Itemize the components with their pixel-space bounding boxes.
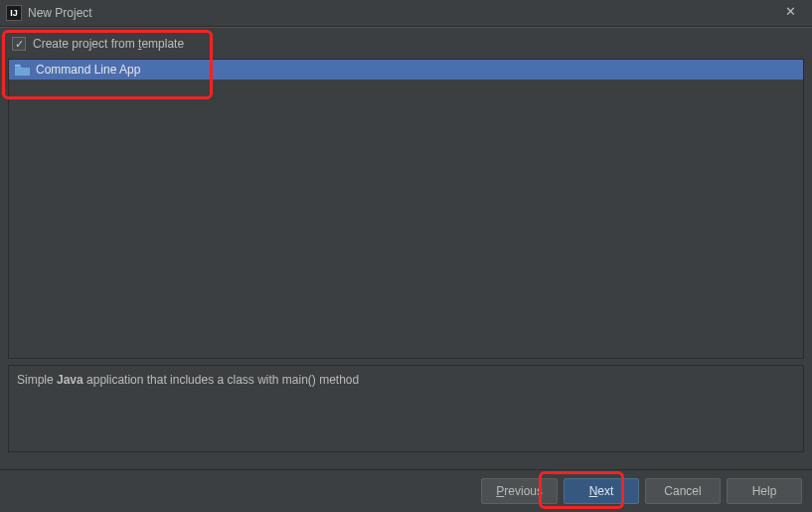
create-from-template-checkbox[interactable]: ✓ [12, 37, 26, 51]
template-description: Simple Java application that includes a … [8, 365, 804, 452]
main-area: ✓ Create project from template Command L… [0, 27, 812, 469]
close-icon[interactable]: ✕ [779, 4, 802, 19]
cancel-button[interactable]: Cancel [645, 478, 721, 504]
template-list[interactable]: Command Line App [8, 59, 804, 359]
template-item-command-line-app[interactable]: Command Line App [9, 60, 803, 80]
app-icon: IJ [6, 5, 22, 21]
window-title: New Project [28, 6, 92, 20]
create-from-template-row[interactable]: ✓ Create project from template [0, 28, 812, 59]
help-button[interactable]: Help [727, 478, 802, 504]
create-from-template-label: Create project from template [33, 37, 184, 51]
next-button[interactable]: Next [564, 478, 639, 504]
footer: Previous Next Cancel Help [0, 469, 812, 511]
previous-button[interactable]: Previous [481, 478, 558, 504]
folder-icon [15, 64, 30, 76]
titlebar: IJ New Project ✕ [0, 0, 812, 27]
template-item-label: Command Line App [36, 63, 140, 77]
